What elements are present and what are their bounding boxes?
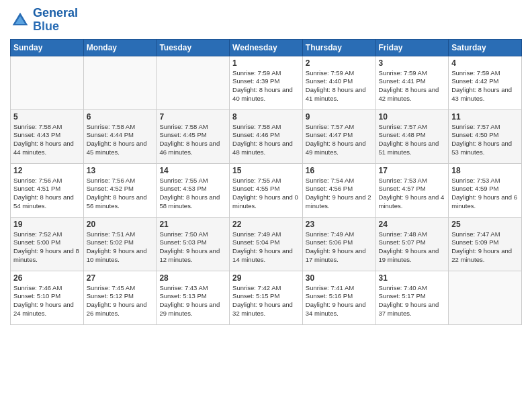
calendar-cell: 8 Sunrise: 7:58 AMSunset: 4:46 PMDayligh… [230, 109, 303, 163]
day-number: 10 [379, 112, 446, 122]
calendar-cell: 4 Sunrise: 7:59 AMSunset: 4:42 PMDayligh… [449, 56, 522, 109]
calendar-cell: 3 Sunrise: 7:59 AMSunset: 4:41 PMDayligh… [375, 56, 449, 109]
day-number: 16 [306, 166, 373, 175]
day-number: 27 [87, 273, 154, 283]
day-number: 18 [451, 166, 519, 175]
calendar-cell: 21 Sunrise: 7:50 AMSunset: 5:03 PMDaylig… [157, 217, 230, 271]
day-info: Sunrise: 7:51 AMSunset: 5:02 PMDaylight:… [87, 230, 154, 265]
calendar-cell: 26 Sunrise: 7:46 AMSunset: 5:10 PMDaylig… [11, 271, 84, 324]
day-info: Sunrise: 7:58 AMSunset: 4:45 PMDaylight:… [159, 123, 226, 157]
day-number: 13 [87, 166, 154, 175]
day-number: 24 [379, 220, 446, 229]
day-number: 20 [87, 220, 154, 229]
calendar-cell: 16 Sunrise: 7:54 AMSunset: 4:56 PMDaylig… [302, 163, 375, 217]
day-number: 6 [87, 112, 154, 122]
day-info: Sunrise: 7:48 AMSunset: 5:07 PMDaylight:… [379, 230, 446, 265]
day-number: 3 [379, 58, 446, 68]
day-number: 28 [159, 273, 226, 283]
calendar-cell: 22 Sunrise: 7:49 AMSunset: 5:04 PMDaylig… [230, 217, 303, 271]
logo: General Blue [10, 7, 78, 34]
day-header-tuesday: Tuesday [157, 39, 230, 56]
calendar-cell: 20 Sunrise: 7:51 AMSunset: 5:02 PMDaylig… [83, 217, 157, 271]
day-info: Sunrise: 7:45 AMSunset: 5:12 PMDaylight:… [87, 284, 154, 318]
calendar-cell: 11 Sunrise: 7:57 AMSunset: 4:50 PMDaylig… [449, 109, 522, 163]
day-number: 7 [159, 112, 226, 122]
day-header-friday: Friday [375, 39, 449, 56]
calendar-cell: 28 Sunrise: 7:43 AMSunset: 5:13 PMDaylig… [157, 271, 230, 324]
day-number: 9 [306, 112, 373, 122]
day-info: Sunrise: 7:55 AMSunset: 4:53 PMDaylight:… [159, 177, 226, 211]
day-number: 30 [306, 273, 373, 283]
day-info: Sunrise: 7:56 AMSunset: 4:51 PMDaylight:… [13, 177, 81, 211]
calendar-cell: 2 Sunrise: 7:59 AMSunset: 4:40 PMDayligh… [302, 56, 375, 109]
day-header-monday: Monday [83, 39, 157, 56]
day-info: Sunrise: 7:59 AMSunset: 4:41 PMDaylight:… [379, 69, 446, 103]
day-number: 5 [13, 112, 81, 122]
day-info: Sunrise: 7:57 AMSunset: 4:50 PMDaylight:… [451, 123, 519, 157]
calendar-cell: 14 Sunrise: 7:55 AMSunset: 4:53 PMDaylig… [157, 163, 230, 217]
day-number: 4 [451, 58, 519, 68]
calendar-cell: 9 Sunrise: 7:57 AMSunset: 4:47 PMDayligh… [302, 109, 375, 163]
day-info: Sunrise: 7:50 AMSunset: 5:03 PMDaylight:… [159, 230, 226, 265]
day-number: 21 [159, 220, 226, 229]
day-number: 1 [232, 58, 300, 68]
calendar-cell: 23 Sunrise: 7:49 AMSunset: 5:06 PMDaylig… [302, 217, 375, 271]
day-header-wednesday: Wednesday [230, 39, 303, 56]
day-info: Sunrise: 7:56 AMSunset: 4:52 PMDaylight:… [87, 177, 154, 211]
logo-text: General Blue [33, 7, 78, 34]
calendar-cell: 7 Sunrise: 7:58 AMSunset: 4:45 PMDayligh… [157, 109, 230, 163]
day-info: Sunrise: 7:58 AMSunset: 4:46 PMDaylight:… [232, 123, 300, 157]
day-info: Sunrise: 7:53 AMSunset: 4:59 PMDaylight:… [451, 177, 519, 211]
day-info: Sunrise: 7:59 AMSunset: 4:42 PMDaylight:… [451, 69, 519, 103]
day-number: 29 [232, 273, 300, 283]
day-info: Sunrise: 7:46 AMSunset: 5:10 PMDaylight:… [13, 284, 81, 318]
day-number: 17 [379, 166, 446, 175]
day-number: 14 [159, 166, 226, 175]
day-info: Sunrise: 7:54 AMSunset: 4:56 PMDaylight:… [306, 177, 373, 211]
day-header-saturday: Saturday [449, 39, 522, 56]
day-number: 8 [232, 112, 300, 122]
day-info: Sunrise: 7:55 AMSunset: 4:55 PMDaylight:… [232, 177, 300, 211]
calendar-cell: 29 Sunrise: 7:42 AMSunset: 5:15 PMDaylig… [230, 271, 303, 324]
calendar-cell [83, 56, 157, 109]
day-info: Sunrise: 7:49 AMSunset: 5:04 PMDaylight:… [232, 230, 300, 265]
day-info: Sunrise: 7:59 AMSunset: 4:40 PMDaylight:… [306, 69, 373, 103]
calendar-cell: 5 Sunrise: 7:58 AMSunset: 4:43 PMDayligh… [11, 109, 84, 163]
day-number: 15 [232, 166, 300, 175]
day-info: Sunrise: 7:40 AMSunset: 5:17 PMDaylight:… [379, 284, 446, 318]
day-info: Sunrise: 7:47 AMSunset: 5:09 PMDaylight:… [451, 230, 519, 265]
day-number: 23 [306, 220, 373, 229]
calendar-cell: 24 Sunrise: 7:48 AMSunset: 5:07 PMDaylig… [375, 217, 449, 271]
calendar-cell: 1 Sunrise: 7:59 AMSunset: 4:39 PMDayligh… [230, 56, 303, 109]
day-number: 26 [13, 273, 81, 283]
day-header-sunday: Sunday [11, 39, 84, 56]
day-number: 12 [13, 166, 81, 175]
day-info: Sunrise: 7:59 AMSunset: 4:39 PMDaylight:… [232, 69, 300, 103]
day-info: Sunrise: 7:58 AMSunset: 4:43 PMDaylight:… [13, 123, 81, 157]
calendar-cell [449, 271, 522, 324]
day-info: Sunrise: 7:41 AMSunset: 5:16 PMDaylight:… [306, 284, 373, 318]
calendar-cell: 27 Sunrise: 7:45 AMSunset: 5:12 PMDaylig… [83, 271, 157, 324]
calendar-cell: 18 Sunrise: 7:53 AMSunset: 4:59 PMDaylig… [449, 163, 522, 217]
calendar-cell [157, 56, 230, 109]
calendar-cell: 17 Sunrise: 7:53 AMSunset: 4:57 PMDaylig… [375, 163, 449, 217]
calendar-cell: 25 Sunrise: 7:47 AMSunset: 5:09 PMDaylig… [449, 217, 522, 271]
day-info: Sunrise: 7:49 AMSunset: 5:06 PMDaylight:… [306, 230, 373, 265]
calendar-table: SundayMondayTuesdayWednesdayThursdayFrid… [10, 39, 522, 325]
day-number: 25 [451, 220, 519, 229]
day-number: 22 [232, 220, 300, 229]
calendar-cell: 10 Sunrise: 7:57 AMSunset: 4:48 PMDaylig… [375, 109, 449, 163]
calendar-cell: 15 Sunrise: 7:55 AMSunset: 4:55 PMDaylig… [230, 163, 303, 217]
calendar-cell: 30 Sunrise: 7:41 AMSunset: 5:16 PMDaylig… [302, 271, 375, 324]
calendar-cell: 13 Sunrise: 7:56 AMSunset: 4:52 PMDaylig… [83, 163, 157, 217]
day-info: Sunrise: 7:43 AMSunset: 5:13 PMDaylight:… [159, 284, 226, 318]
day-number: 19 [13, 220, 81, 229]
day-number: 11 [451, 112, 519, 122]
day-number: 2 [306, 58, 373, 68]
day-info: Sunrise: 7:58 AMSunset: 4:44 PMDaylight:… [87, 123, 154, 157]
calendar-cell: 19 Sunrise: 7:52 AMSunset: 5:00 PMDaylig… [11, 217, 84, 271]
day-info: Sunrise: 7:52 AMSunset: 5:00 PMDaylight:… [13, 230, 81, 265]
day-info: Sunrise: 7:53 AMSunset: 4:57 PMDaylight:… [379, 177, 446, 211]
calendar-cell [11, 56, 84, 109]
calendar-cell: 31 Sunrise: 7:40 AMSunset: 5:17 PMDaylig… [375, 271, 449, 324]
